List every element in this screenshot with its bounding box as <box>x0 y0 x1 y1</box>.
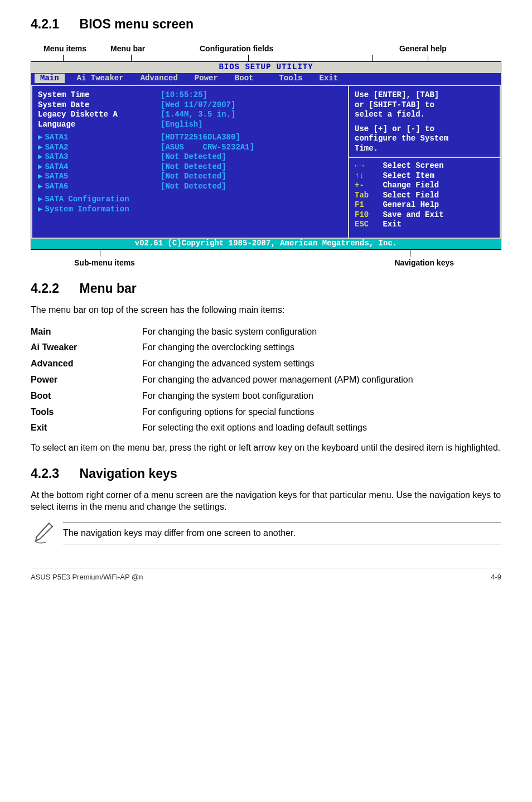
row-language[interactable]: Language [English] <box>38 120 342 130</box>
section-num: 4.2.1 <box>31 17 59 32</box>
label-menu-bar: Menu bar <box>110 44 200 53</box>
menu-definitions-table: MainFor changing the basic system config… <box>31 324 501 437</box>
section-title: Menu bar <box>80 281 137 296</box>
triangle-icon: ▶ <box>38 133 42 142</box>
row-system-date[interactable]: System Date [Wed 11/07/2007] <box>38 100 342 110</box>
footer-left: ASUS P5E3 Premium/WiFi-AP @n <box>31 573 143 581</box>
row-system-info[interactable]: ▶System Information <box>38 205 342 215</box>
section-heading-422: 4.2.2 Menu bar <box>31 281 501 296</box>
page-footer: ASUS P5E3 Premium/WiFi-AP @n 4-9 <box>31 568 501 581</box>
label-submenu-items: Sub-menu items <box>74 258 135 267</box>
bios-tab-main[interactable]: Main <box>35 74 65 84</box>
bios-sub-labels: Sub-menu items Navigation keys <box>31 258 501 267</box>
def-row-exit: ExitFor selecting the exit options and l… <box>31 420 501 436</box>
row-sata4[interactable]: ▶SATA4 [Not Detected] <box>38 162 342 172</box>
section-title: BIOS menu screen <box>80 17 194 31</box>
triangle-icon: ▶ <box>38 143 42 152</box>
bios-tab-tools[interactable]: Tools <box>274 74 307 84</box>
triangle-icon: ▶ <box>38 195 42 204</box>
section-heading-423: 4.2.3 Navigation keys <box>31 466 501 481</box>
section3-body: At the bottom right corner of a menu scr… <box>31 489 501 513</box>
bios-screenshot: BIOS SETUP UTILITY Main Ai Tweaker Advan… <box>31 61 501 250</box>
def-row-main: MainFor changing the basic system config… <box>31 324 501 340</box>
bios-tab-ai[interactable]: Ai Tweaker <box>72 74 128 84</box>
bios-tab-exit[interactable]: Exit <box>315 74 342 84</box>
section2-outro: To select an item on the menu bar, press… <box>31 442 501 454</box>
label-config-fields: Configuration fields <box>200 44 345 53</box>
triangle-icon: ▶ <box>38 172 42 181</box>
section2-intro: The menu bar on top of the screen has th… <box>31 304 501 316</box>
help-text: Use [ENTER], [TAB] or [SHIFT-TAB] to sel… <box>355 90 494 153</box>
nav-keys-block: ←→ Select Screen ↑↓ Select Item +- Chang… <box>349 157 500 230</box>
triangle-icon: ▶ <box>38 182 42 191</box>
def-row-ai: Ai TweakerFor changing the overclocking … <box>31 340 501 356</box>
footer-page-number: 4-9 <box>491 573 501 581</box>
bios-right-panel: Use [ENTER], [TAB] or [SHIFT-TAB] to sel… <box>349 86 500 238</box>
label-menu-items: Menu items <box>43 44 110 53</box>
bios-annotation-labels: Menu items Menu bar Configuration fields… <box>31 44 501 53</box>
pencil-icon <box>31 521 56 545</box>
section-num: 4.2.3 <box>31 466 59 481</box>
row-sata1[interactable]: ▶SATA1 [HDT722516DLA380] <box>38 133 342 143</box>
row-sata2[interactable]: ▶SATA2 [ASUS CRW-5232A1] <box>38 143 342 153</box>
triangle-icon: ▶ <box>38 152 42 161</box>
bios-menubar: Main Ai Tweaker Advanced Power Boot Tool… <box>31 73 501 85</box>
def-row-advanced: AdvancedFor changing the advanced system… <box>31 356 501 372</box>
def-row-power: PowerFor changing the advanced power man… <box>31 372 501 388</box>
row-sata3[interactable]: ▶SATA3 [Not Detected] <box>38 152 342 162</box>
bios-body: System Time [10:55:25] System Date [Wed … <box>31 85 501 239</box>
bios-title: BIOS SETUP UTILITY <box>31 62 501 73</box>
arrows-lr-icon: ←→ <box>355 161 364 170</box>
triangle-icon: ▶ <box>38 162 42 171</box>
label-general-help: General help <box>345 44 501 53</box>
bios-tab-advanced[interactable]: Advanced <box>136 74 182 84</box>
section-num: 4.2.2 <box>31 281 59 296</box>
triangle-icon: ▶ <box>38 205 42 214</box>
note-callout: The navigation keys may differ from one … <box>31 521 501 545</box>
bios-tab-boot[interactable]: Boot <box>230 74 258 84</box>
arrows-ud-icon: ↑↓ <box>355 171 364 180</box>
note-text: The navigation keys may differ from one … <box>63 522 501 544</box>
bios-copyright: v02.61 (C)Copyright 1985-2007, American … <box>31 239 501 250</box>
annotation-ticks-top <box>31 55 501 61</box>
bios-left-panel: System Time [10:55:25] System Date [Wed … <box>32 86 349 238</box>
row-legacy-diskette[interactable]: Legacy Diskette A [1.44M, 3.5 in.] <box>38 110 342 120</box>
def-row-tools: ToolsFor configuring options for special… <box>31 404 501 421</box>
def-row-boot: BootFor changing the system boot configu… <box>31 388 501 404</box>
bios-tab-power[interactable]: Power <box>190 74 223 84</box>
row-sata5[interactable]: ▶SATA5 [Not Detected] <box>38 172 342 182</box>
section-heading-421: 4.2.1 BIOS menu screen <box>31 17 501 32</box>
label-navigation-keys: Navigation keys <box>394 258 454 267</box>
section-title: Navigation keys <box>80 466 177 481</box>
annotation-ticks-bottom <box>31 250 501 257</box>
row-sata6[interactable]: ▶SATA6 [Not Detected] <box>38 182 342 192</box>
row-sata-config[interactable]: ▶SATA Configuration <box>38 195 342 205</box>
row-system-time[interactable]: System Time [10:55:25] <box>38 90 342 100</box>
